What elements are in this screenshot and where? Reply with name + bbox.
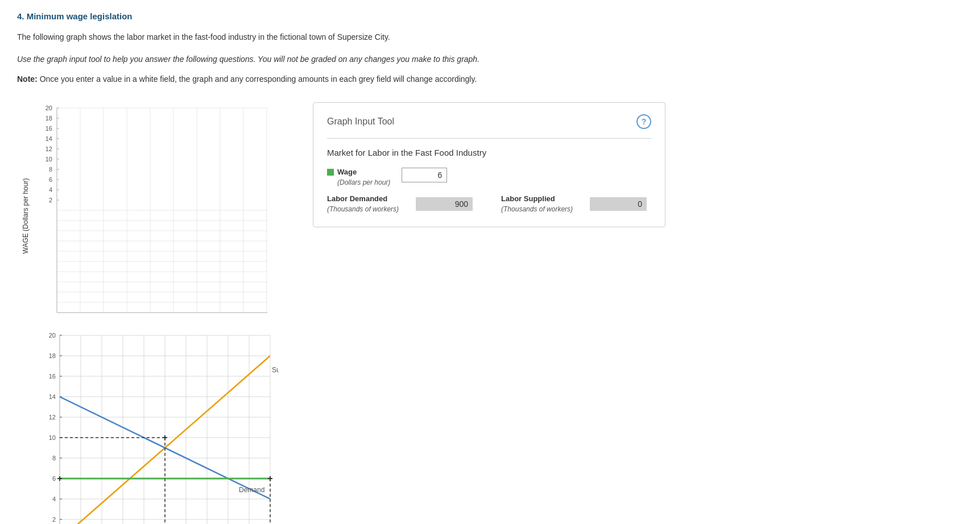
labor-supplied-label: Labor Supplied	[501, 194, 573, 203]
italic-note: Use the graph input tool to help you ans…	[17, 53, 963, 65]
labor-supplied-input[interactable]	[590, 197, 647, 211]
labor-demanded-sub: (Thousands of workers)	[327, 205, 399, 213]
bold-note-prefix: Note:	[17, 74, 38, 84]
svg-text:16: 16	[46, 125, 52, 132]
svg-text:6: 6	[52, 475, 56, 482]
labor-supplied-block: Labor Supplied (Thousands of workers)	[501, 194, 573, 213]
svg-text:8: 8	[52, 455, 56, 461]
svg-text:4: 4	[49, 186, 52, 193]
panel-header: Graph Input Tool ?	[327, 114, 651, 129]
wage-group: Wage (Dollars per hour)	[327, 168, 390, 186]
description: The following graph shows the labor mark…	[17, 31, 963, 43]
demand-label: Demand	[239, 486, 264, 494]
wage-input[interactable]	[402, 168, 447, 182]
section-title: 4. Minimum wage legislation	[17, 11, 963, 21]
svg-text:2: 2	[49, 197, 52, 203]
svg-text:14: 14	[49, 393, 56, 400]
wage-indicator: Wage	[327, 168, 390, 176]
labor-fields-row: Labor Demanded (Thousands of workers) La…	[327, 194, 651, 213]
labor-demanded-label: Labor Demanded	[327, 194, 399, 203]
svg-text:4: 4	[52, 496, 56, 502]
svg-text:10: 10	[49, 434, 56, 441]
svg-text:18: 18	[46, 115, 52, 122]
svg-text:6: 6	[49, 176, 52, 183]
y-axis-label: WAGE (Dollars per hour)	[22, 178, 30, 254]
chart-area: WAGE (Dollars per hour)	[17, 102, 296, 524]
wage-row: Wage (Dollars per hour)	[327, 168, 651, 186]
svg-text:8: 8	[49, 166, 52, 173]
svg-text:12: 12	[46, 145, 52, 152]
svg-text:18: 18	[49, 352, 56, 359]
chart-svg: 0 2 4 6 8 10	[34, 330, 279, 524]
svg-text:14: 14	[46, 135, 52, 142]
wage-color-indicator	[327, 169, 334, 176]
market-title: Market for Labor in the Fast Food Indust…	[327, 148, 651, 157]
labor-supplied-sub: (Thousands of workers)	[501, 205, 573, 213]
supply-label: Supply	[272, 366, 279, 374]
graph-input-tool-panel: Graph Input Tool ? Market for Labor in t…	[313, 102, 665, 227]
labor-demanded-input[interactable]	[416, 197, 473, 211]
main-content: WAGE (Dollars per hour)	[17, 102, 963, 524]
labor-demanded-block: Labor Demanded (Thousands of workers)	[327, 194, 399, 213]
help-button[interactable]: ?	[636, 114, 651, 129]
bold-note-text: Once you enter a value in a white field,…	[38, 74, 477, 84]
panel-title: Graph Input Tool	[327, 117, 394, 127]
svg-text:2: 2	[52, 516, 56, 523]
bold-note: Note: Once you enter a value in a white …	[17, 73, 963, 85]
svg-text:20: 20	[49, 332, 56, 339]
wage-label: Wage	[337, 168, 357, 176]
wage-sub-label: (Dollars per hour)	[337, 178, 390, 186]
svg-text:16: 16	[49, 373, 56, 380]
svg-text:10: 10	[46, 156, 52, 163]
svg-text:20: 20	[46, 105, 52, 111]
main-chart: 20 18 16 14 12 10	[34, 102, 273, 330]
help-icon-label: ?	[642, 117, 647, 126]
svg-text:12: 12	[49, 414, 56, 421]
